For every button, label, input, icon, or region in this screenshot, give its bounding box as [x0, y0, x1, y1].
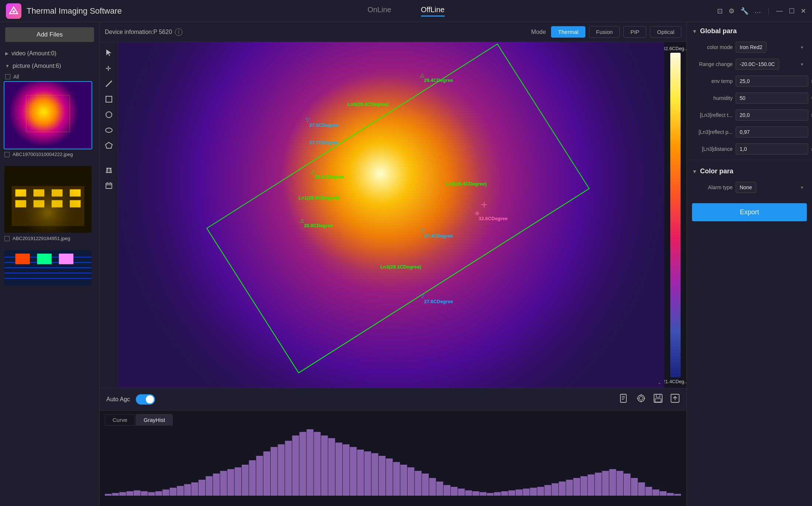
file1-checkbox[interactable]	[4, 152, 10, 157]
humidity-input[interactable]	[736, 93, 808, 104]
svg-rect-53	[292, 436, 299, 496]
svg-rect-42	[213, 474, 220, 496]
minimize-icon[interactable]: —	[776, 7, 783, 15]
alarm-type-label: Alarm type	[692, 184, 733, 190]
clear-tool[interactable]	[102, 179, 116, 193]
titlebar-controls: ⊡ ⚙ 🔧 … — ☐ ✕	[717, 7, 806, 15]
maximize-icon[interactable]: ☐	[789, 7, 795, 15]
svg-rect-27	[105, 494, 112, 496]
svg-rect-69	[407, 467, 414, 496]
svg-rect-52	[285, 441, 292, 496]
svg-rect-55	[307, 429, 314, 496]
mode-optical-btn[interactable]: Optical	[650, 26, 681, 38]
rect-tool[interactable]	[102, 92, 116, 106]
ellipse-tool[interactable]	[102, 123, 116, 137]
ln3-reflect-t-input[interactable]	[736, 110, 808, 121]
svg-rect-90	[559, 482, 566, 496]
svg-rect-101	[638, 482, 645, 496]
svg-rect-81	[494, 492, 501, 496]
file-thumb-1[interactable]	[4, 81, 92, 149]
pan-tool[interactable]: ✛	[102, 61, 116, 75]
svg-rect-56	[314, 432, 321, 496]
delete-annotation-tool[interactable]	[102, 163, 116, 177]
save-image-icon[interactable]	[653, 394, 663, 405]
ln3-distance-row: [Ln3]distance m	[687, 141, 812, 157]
info-icon[interactable]: i	[175, 28, 182, 36]
mode-section: Mode Thermal Fusion PIP Optical	[531, 26, 681, 38]
nav-tabs: OnLine OffLine	[368, 6, 445, 17]
select-all-checkbox[interactable]	[5, 74, 10, 79]
curve-tab[interactable]: Curve	[105, 414, 135, 426]
add-files-button[interactable]: Add Files	[5, 27, 94, 42]
svg-rect-4	[106, 96, 112, 102]
svg-rect-31	[134, 491, 141, 496]
file2-checkbox[interactable]	[4, 236, 10, 241]
ln3-reflect-p-input[interactable]	[736, 126, 808, 138]
arrow-right-icon: ▶	[5, 51, 8, 56]
svg-text:✛: ✛	[106, 65, 111, 72]
svg-rect-58	[328, 438, 335, 496]
file-thumb-3[interactable]	[4, 249, 92, 286]
export-image-icon[interactable]	[670, 394, 680, 405]
mode-thermal-btn[interactable]: Thermal	[551, 26, 585, 38]
circle-tool[interactable]	[102, 108, 116, 122]
color-para-section-header[interactable]: ▼ Color para	[687, 162, 812, 179]
file-thumb-2[interactable]	[4, 165, 92, 233]
mode-fusion-btn[interactable]: Fusion	[589, 26, 620, 38]
target-icon[interactable]	[636, 394, 646, 405]
ln3-reflect-t-label: [Ln3]reflect t...	[692, 112, 733, 118]
color-mode-row: color mode Iron Red2	[687, 39, 812, 56]
tool-sidebar: ✛	[100, 42, 118, 388]
svg-rect-23	[656, 394, 660, 397]
grayhist-tab[interactable]: GrayHist	[136, 414, 173, 426]
close-icon[interactable]: ✕	[801, 7, 806, 15]
auto-agc-toggle[interactable]	[136, 394, 155, 405]
svg-rect-85	[523, 489, 530, 496]
svg-rect-104	[660, 491, 667, 496]
env-temp-input[interactable]	[736, 76, 808, 87]
picture-tree-item[interactable]: ▼ picture (Amount:6)	[0, 60, 99, 72]
file-checkbox-1: ABC197001010004222.jpeg	[4, 149, 96, 159]
titlebar: Thermal Imaging Software OnLine OffLine …	[0, 0, 812, 22]
report-icon[interactable]	[619, 394, 629, 405]
svg-rect-40	[199, 480, 206, 496]
file-entry-2[interactable]: ABC20191229184951.jpeg	[4, 165, 96, 243]
export-button[interactable]: Export	[692, 203, 807, 221]
ln3-reflect-p-label: [Ln3]reflect p...	[692, 129, 733, 135]
line-tool[interactable]	[102, 77, 116, 91]
svg-rect-34	[155, 491, 162, 496]
color-mode-select[interactable]: Iron Red2	[736, 42, 767, 53]
polygon-tool[interactable]	[102, 139, 116, 153]
svg-rect-65	[379, 456, 386, 496]
histogram-container	[100, 426, 687, 499]
select-all-label: All	[13, 74, 19, 80]
wrench-icon[interactable]: 🔧	[740, 7, 749, 15]
cursor-tool[interactable]	[102, 46, 116, 60]
range-change-select[interactable]: -20.0C~150.0C	[736, 59, 779, 70]
video-tree-item[interactable]: ▶ video (Amount:0)	[0, 47, 99, 60]
svg-point-6	[106, 128, 112, 132]
more-icon[interactable]: …	[754, 7, 761, 15]
thermal-canvas[interactable]	[118, 42, 664, 388]
svg-rect-60	[343, 444, 350, 496]
svg-rect-51	[278, 444, 285, 496]
svg-rect-72	[429, 478, 436, 496]
svg-rect-32	[141, 491, 148, 496]
file-entry-1[interactable]: ABC197001010004222.jpeg	[4, 81, 96, 159]
device-info: Device infomation:P 5620 i	[105, 28, 182, 36]
tab-online[interactable]: OnLine	[368, 6, 392, 17]
alarm-type-select[interactable]: None	[736, 182, 756, 193]
svg-rect-89	[552, 483, 559, 496]
global-para-section-header[interactable]: ▼ Global para	[687, 22, 812, 39]
save-icon[interactable]: ⊡	[717, 7, 723, 15]
alarm-type-row: Alarm type None	[687, 179, 812, 196]
mode-pip-btn[interactable]: PIP	[623, 26, 646, 38]
tab-offline[interactable]: OffLine	[421, 6, 444, 17]
svg-rect-30	[127, 491, 134, 496]
file-entry-3[interactable]	[4, 249, 96, 286]
svg-rect-94	[588, 474, 595, 496]
color-mode-label: color mode	[692, 44, 733, 50]
settings-icon[interactable]: ⚙	[729, 7, 734, 15]
ln3-distance-input[interactable]	[736, 143, 808, 155]
svg-rect-35	[162, 489, 169, 496]
